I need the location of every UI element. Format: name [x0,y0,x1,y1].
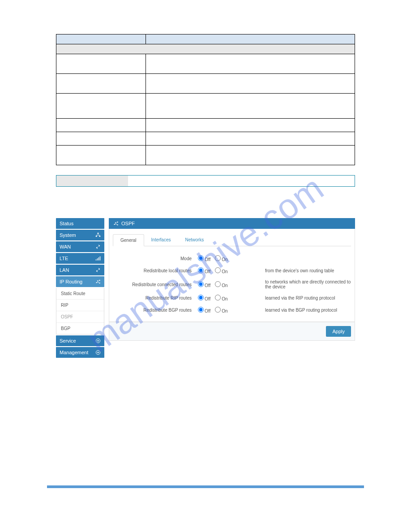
footer-rule [47,485,364,488]
row-connected: Redistribute connected routes Off On to … [113,277,351,292]
sidebar-item-label: LTE [60,256,68,261]
row-local: Redistribute local routes Off On from th… [113,265,351,277]
table-cell [146,119,355,132]
ospf-panel: OSPF General Interfaces Networks Mode Of… [109,218,355,358]
svg-point-8 [98,352,99,353]
sidebar-item-label: Status [60,221,73,226]
desc-bgp: learned via the BGP routing protocol [238,308,351,313]
table-header-desc [146,34,355,44]
radio-bgp-on[interactable]: On [215,307,227,313]
svg-rect-0 [98,233,99,234]
sidebar-item-label: LAN [60,267,69,273]
sidebar-item-ip-routing[interactable]: IP Routing [56,276,104,287]
svg-rect-5 [98,257,99,261]
radio-local-off[interactable]: Off [198,267,210,274]
table-cell [146,94,355,119]
shuffle-icon [113,221,119,226]
table-cell [146,74,355,94]
radio-local-on[interactable]: On [215,267,227,274]
label-bgp: Redistribute BGP routes [113,308,198,313]
tab-interfaces[interactable]: Interfaces [144,234,178,246]
exchange-icon [95,267,101,273]
table-cell [56,94,146,119]
sidebar-sub-static-route[interactable]: Static Route [56,288,104,300]
tabs: General Interfaces Networks [113,234,351,246]
sidebar-item-wan[interactable]: WAN [56,241,104,252]
panel-footer: Apply [109,322,355,341]
table-cell [56,54,146,74]
table-subheader [56,44,355,54]
tab-networks[interactable]: Networks [178,234,211,246]
svg-point-7 [98,340,99,342]
label-local: Redistribute local routes [113,268,198,273]
parameter-table [56,34,355,165]
svg-rect-3 [96,259,97,260]
desc-local: from the device's own routing table [238,268,351,273]
sidebar-item-label: Management [60,350,88,355]
panel-header: OSPF [109,218,355,229]
sidebar-item-system[interactable]: System [56,230,104,240]
sidebar-item-lan[interactable]: LAN [56,265,104,275]
tab-general[interactable]: General [113,234,144,246]
svg-rect-4 [97,258,98,261]
signal-icon [95,256,101,261]
table-cell [56,132,146,146]
row-rip: Redistribute RIP routes Off On learned v… [113,292,351,304]
table-cell [56,119,146,132]
sidebar-sub-bgp[interactable]: BGP [56,323,104,334]
label-rip: Redistribute RIP routes [113,296,198,300]
sitemap-icon [95,232,101,238]
radio-connected-on[interactable]: On [215,281,227,288]
table-header-param [56,34,146,44]
sidebar-item-label: Service [60,338,76,343]
gear-icon [95,338,101,343]
apply-button[interactable]: Apply [326,326,351,337]
row-bgp: Redistribute BGP routes Off On learned v… [113,304,351,316]
radio-mode-off[interactable]: Off [198,255,210,262]
sidebar-item-label: WAN [60,244,71,249]
radio-bgp-off[interactable]: Off [198,307,210,313]
label-connected: Redistribute connected routes [113,282,198,287]
sidebar-item-status[interactable]: Status [56,218,104,229]
callout-shade [56,176,128,186]
radio-rip-off[interactable]: Off [198,295,210,301]
table-cell [146,146,355,165]
sidebar-submenu: Static Route RIP OSPF BGP [56,288,104,335]
sidebar: Status System WAN LTE LAN IP Routing [56,218,104,358]
row-mode: Mode Off On [113,253,351,265]
label-mode: Mode [113,256,198,261]
ospf-screenshot: Status System WAN LTE LAN IP Routing [56,218,355,358]
svg-rect-2 [99,236,100,237]
gear-icon [95,350,101,355]
radio-connected-off[interactable]: Off [198,281,210,288]
shuffle-icon [95,279,101,284]
panel-title: OSPF [121,221,135,226]
table-cell [56,146,146,165]
sidebar-item-service[interactable]: Service [56,335,104,346]
sidebar-item-label: IP Routing [60,279,82,284]
sidebar-sub-rip[interactable]: RIP [56,300,104,311]
desc-connected: to networks which are directly connected… [238,279,351,289]
exchange-icon [95,244,101,249]
radio-rip-on[interactable]: On [215,295,227,301]
desc-rip: learned via the RIP routing protocol [238,296,351,300]
sidebar-item-label: System [60,232,76,238]
sidebar-item-lte[interactable]: LTE [56,253,104,264]
svg-rect-1 [96,236,97,237]
callout-box [56,175,355,187]
radio-mode-on[interactable]: On [215,255,227,262]
table-cell [146,132,355,146]
svg-rect-6 [100,257,101,261]
sidebar-item-management[interactable]: Management [56,347,104,358]
sidebar-sub-ospf[interactable]: OSPF [56,311,104,323]
table-cell [56,74,146,94]
table-cell [146,54,355,74]
